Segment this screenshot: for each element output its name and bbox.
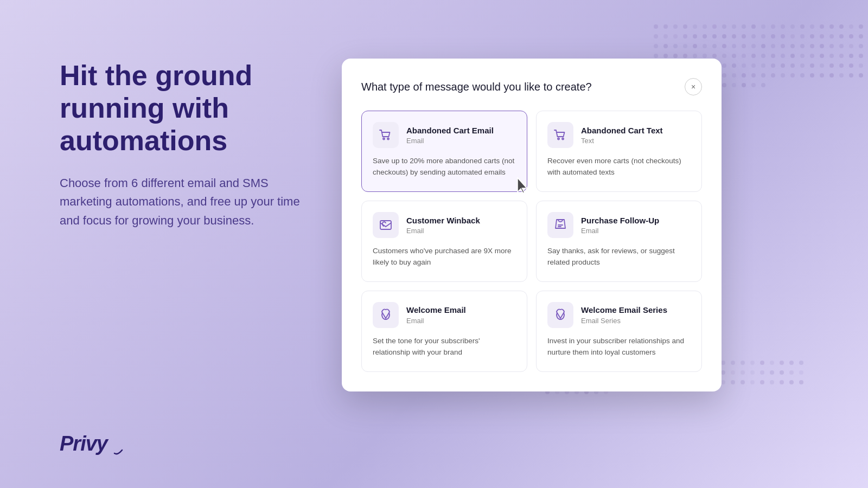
welcome-series-icon <box>547 302 573 328</box>
card-welcome-email[interactable]: Welcome Email Email Set the tone for you… <box>361 291 527 372</box>
close-button[interactable]: × <box>685 78 702 95</box>
cart-text-icon <box>547 122 573 148</box>
card-header-welcome-email: Welcome Email Email <box>373 302 516 328</box>
card-description-customer-winback: Customers who've purchased are 9X more l… <box>373 246 516 268</box>
cart-icon <box>373 122 399 148</box>
card-header-customer-winback: Customer Winback Email <box>373 212 516 238</box>
cards-grid: Abandoned Cart Email Email Save up to 20… <box>361 111 702 372</box>
svg-point-3 <box>562 138 564 140</box>
card-title-abandoned-cart-text: Abandoned Cart Text <box>581 125 663 136</box>
purchase-icon <box>547 212 573 238</box>
svg-point-2 <box>558 138 559 140</box>
card-description-abandoned-cart-email: Save up to 20% more abandoned carts (not… <box>373 156 516 178</box>
card-title-welcome-email-series: Welcome Email Series <box>581 305 667 316</box>
card-header-abandoned-cart-email: Abandoned Cart Email Email <box>373 122 516 148</box>
privy-logo: Privy <box>60 432 123 455</box>
main-heading: Hit the ground running with automations <box>60 60 320 157</box>
modal-title: What type of message would you like to c… <box>361 81 592 93</box>
sub-text: Choose from 6 different email and SMS ma… <box>60 174 320 229</box>
card-title-customer-winback: Customer Winback <box>406 215 480 226</box>
svg-rect-4 <box>380 221 391 229</box>
welcome-icon <box>373 302 399 328</box>
svg-point-0 <box>383 138 385 140</box>
card-abandoned-cart-text[interactable]: Abandoned Cart Text Text Recover even mo… <box>536 111 702 192</box>
card-title-abandoned-cart-email: Abandoned Cart Email <box>406 125 494 136</box>
card-title-purchase-followup: Purchase Follow-Up <box>581 215 659 226</box>
card-customer-winback[interactable]: Customer Winback Email Customers who've … <box>361 201 527 282</box>
card-type-abandoned-cart-text: Text <box>581 137 663 145</box>
card-welcome-email-series[interactable]: Welcome Email Series Email Series Invest… <box>536 291 702 372</box>
card-abandoned-cart-email[interactable]: Abandoned Cart Email Email Save up to 20… <box>361 111 527 192</box>
modal-header: What type of message would you like to c… <box>361 78 702 95</box>
left-panel: Hit the ground running with automations … <box>60 60 320 230</box>
card-header-welcome-email-series: Welcome Email Series Email Series <box>547 302 691 328</box>
card-description-welcome-email-series: Invest in your subscriber relationships … <box>547 336 691 358</box>
card-title-welcome-email: Welcome Email <box>406 305 466 316</box>
card-header-abandoned-cart-text: Abandoned Cart Text Text <box>547 122 691 148</box>
card-description-purchase-followup: Say thanks, ask for reviews, or suggest … <box>547 246 691 268</box>
card-description-abandoned-cart-text: Recover even more carts (not checkouts) … <box>547 156 691 178</box>
card-description-welcome-email: Set the tone for your subscribers' relat… <box>373 336 516 358</box>
card-type-customer-winback: Email <box>406 227 480 235</box>
card-purchase-followup[interactable]: Purchase Follow-Up Email Say thanks, ask… <box>536 201 702 282</box>
winback-icon <box>373 212 399 238</box>
message-type-modal: What type of message would you like to c… <box>342 59 722 391</box>
card-header-purchase-followup: Purchase Follow-Up Email <box>547 212 691 238</box>
card-type-welcome-email-series: Email Series <box>581 317 667 325</box>
card-type-welcome-email: Email <box>406 317 466 325</box>
card-type-purchase-followup: Email <box>581 227 659 235</box>
card-type-abandoned-cart-email: Email <box>406 137 494 145</box>
svg-point-1 <box>387 138 389 140</box>
